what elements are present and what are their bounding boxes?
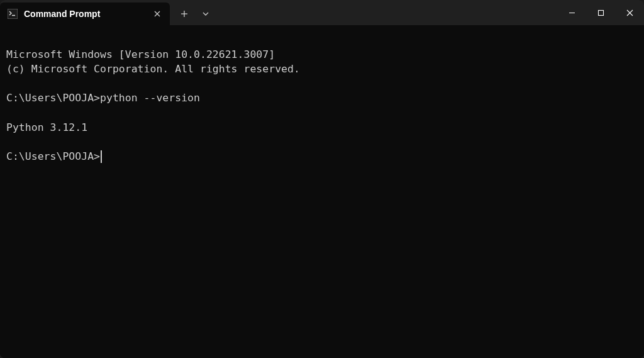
tabs-area: Command Prompt — [0, 0, 216, 25]
cursor — [101, 150, 102, 163]
tab-title: Command Prompt — [24, 9, 145, 19]
terminal-output-line: Microsoft Windows [Version 10.0.22621.30… — [6, 48, 275, 60]
command-prompt-window: Command Prompt — [0, 0, 644, 358]
tab-command-prompt[interactable]: Command Prompt — [0, 3, 170, 25]
terminal-prompt: C:\Users\POOJA> — [6, 149, 100, 164]
cmd-icon — [8, 9, 18, 19]
close-button[interactable] — [615, 0, 644, 25]
titlebar-drag-area[interactable] — [216, 0, 557, 25]
tab-actions — [174, 3, 216, 25]
window-controls — [557, 0, 644, 25]
tab-dropdown-button[interactable] — [195, 4, 216, 24]
maximize-button[interactable] — [586, 0, 615, 25]
titlebar[interactable]: Command Prompt — [0, 0, 644, 25]
terminal-content[interactable]: Microsoft Windows [Version 10.0.22621.30… — [0, 25, 644, 358]
tab-close-button[interactable] — [151, 8, 164, 20]
terminal-prompt: C:\Users\POOJA> — [6, 91, 100, 105]
terminal-output-line: (c) Microsoft Corporation. All rights re… — [6, 63, 300, 75]
svg-rect-7 — [598, 10, 603, 15]
terminal-command: python --version — [100, 91, 200, 105]
new-tab-button[interactable] — [174, 4, 195, 24]
terminal-output-line: Python 3.12.1 — [6, 121, 87, 133]
minimize-button[interactable] — [557, 0, 586, 25]
svg-rect-0 — [8, 9, 18, 19]
